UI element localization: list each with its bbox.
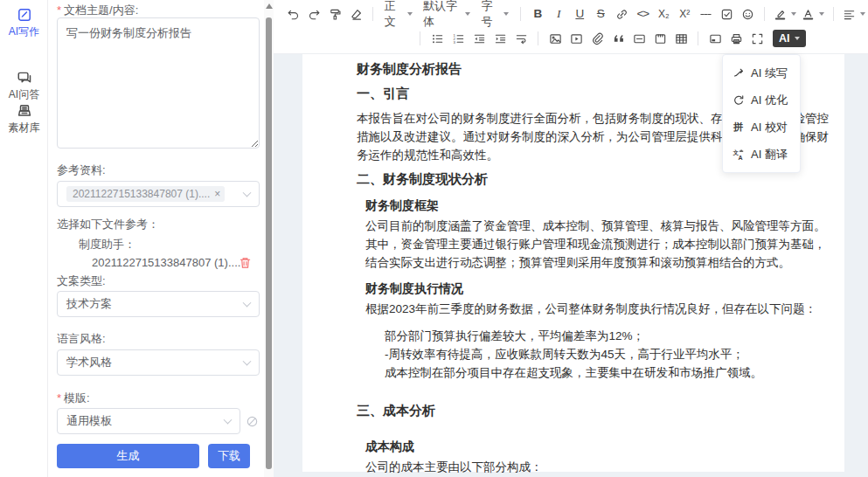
template-select[interactable]: 通用模板 bbox=[57, 408, 240, 434]
eraser-icon[interactable] bbox=[346, 4, 365, 24]
toolbar-divider bbox=[538, 31, 538, 45]
chevron-down-icon bbox=[224, 416, 233, 425]
ai-dropdown-menu: AI 续写AI 优化拼AI 校对文AAI 翻译 bbox=[722, 54, 801, 173]
font-color-icon[interactable] bbox=[800, 4, 826, 24]
file-row: 2021122715133847807 (1).... bbox=[48, 256, 264, 269]
attachment-icon[interactable] bbox=[587, 29, 607, 48]
todo-list-icon[interactable] bbox=[717, 4, 736, 24]
required-asterisk: * bbox=[57, 391, 61, 404]
toolbar-select[interactable]: 默认字体 bbox=[423, 0, 471, 30]
chat-icon bbox=[17, 70, 32, 86]
scroll-up-arrow-icon[interactable] bbox=[266, 3, 273, 9]
toolbar-divider bbox=[420, 31, 420, 45]
bullet-list-icon[interactable] bbox=[427, 29, 447, 48]
sidebar-item-label: 素材库 bbox=[0, 121, 48, 135]
toolbar-divider bbox=[833, 7, 834, 21]
panel-scrollbar[interactable] bbox=[264, 0, 274, 477]
assistant-label: 制度助手： bbox=[79, 237, 135, 252]
template-status-icon bbox=[246, 415, 259, 428]
fullscreen-icon[interactable] bbox=[747, 29, 767, 48]
toolbar-divider bbox=[520, 7, 521, 21]
print-icon[interactable] bbox=[726, 29, 746, 48]
superscript-icon[interactable]: X² bbox=[675, 4, 694, 24]
download-button[interactable]: 下载 bbox=[208, 444, 250, 468]
trash-icon[interactable] bbox=[239, 256, 252, 269]
line-wrap-icon[interactable] bbox=[511, 29, 531, 48]
horizontal-rule-icon[interactable] bbox=[696, 4, 715, 24]
image-icon[interactable] bbox=[545, 29, 565, 48]
strikethrough-icon[interactable]: S bbox=[591, 4, 610, 24]
toolbar-select[interactable]: 正文 bbox=[385, 0, 413, 30]
caret-down-icon bbox=[407, 12, 413, 16]
chevron-down-icon bbox=[243, 189, 252, 197]
generate-button[interactable]: 生成 bbox=[57, 444, 199, 468]
link-icon[interactable] bbox=[612, 4, 631, 24]
doc-paragraph: 公司目前的制度涵盖了资金管理、成本控制、预算管理、核算与报告、风险管理等方面。其… bbox=[357, 217, 836, 272]
caret-down-icon bbox=[503, 12, 509, 16]
ai-menu-item[interactable]: AI 优化 bbox=[723, 86, 800, 114]
highlight-color-icon[interactable] bbox=[772, 4, 798, 24]
indent-decrease-icon[interactable] bbox=[469, 29, 489, 48]
doc-paragraph: 公司的成本主要由以下部分构成： bbox=[357, 458, 836, 476]
ai-translate-icon: 文A bbox=[732, 148, 745, 161]
form-panel: *文档主题/内容: 写一份财务制度分析报告 参考资料: 202112271513… bbox=[48, 0, 264, 477]
emoji-icon[interactable] bbox=[738, 4, 757, 24]
divider-block-icon[interactable] bbox=[629, 29, 649, 48]
underline-icon[interactable]: U bbox=[570, 4, 589, 24]
blockquote-icon[interactable] bbox=[608, 29, 628, 48]
doc-list-item: 部分部门预算执行偏差较大，平均偏差率为12%； bbox=[385, 327, 836, 345]
toolbar-divider bbox=[698, 31, 698, 45]
ai-menu-item[interactable]: AI 续写 bbox=[723, 59, 800, 86]
library-icon bbox=[17, 103, 32, 119]
ai-menu-button[interactable]: AI bbox=[773, 30, 806, 47]
ai-menu-item-label: AI 续写 bbox=[751, 66, 788, 81]
ai-menu-item[interactable]: 拼AI 校对 bbox=[723, 114, 800, 141]
undo-icon[interactable] bbox=[283, 4, 302, 24]
file-section-label: 选择如下文件参考： bbox=[57, 217, 159, 232]
doc-type-label: 文案类型: bbox=[57, 273, 106, 289]
svg-text:A: A bbox=[738, 154, 742, 160]
bold-icon[interactable]: B bbox=[528, 4, 547, 24]
toolbar-divider bbox=[372, 7, 373, 21]
doc-list: 部分部门预算执行偏差较大，平均偏差率为12%；-周转效率有待提高，应收账款周转天… bbox=[357, 327, 836, 382]
subscript-icon[interactable]: X₂ bbox=[654, 4, 673, 24]
remove-tag-icon[interactable] bbox=[214, 188, 220, 200]
card-icon[interactable] bbox=[705, 29, 725, 48]
caret-down-icon bbox=[795, 37, 800, 40]
page-break-icon[interactable] bbox=[650, 29, 670, 48]
sidebar-item-2[interactable]: AI问答 bbox=[0, 70, 48, 102]
style-select[interactable]: 学术风格 bbox=[57, 349, 260, 376]
caret-down-icon bbox=[819, 12, 824, 16]
scrollbar-thumb[interactable] bbox=[266, 17, 272, 469]
chevron-down-icon bbox=[243, 299, 252, 308]
ai-proofread-icon: 拼 bbox=[732, 121, 745, 134]
ai-menu-item-label: AI 校对 bbox=[751, 120, 788, 135]
indent-increase-icon[interactable] bbox=[490, 29, 510, 48]
format-painter-icon[interactable] bbox=[325, 4, 344, 24]
ai-menu-item-label: AI 优化 bbox=[751, 93, 788, 108]
table-icon[interactable] bbox=[671, 29, 691, 48]
reference-select[interactable]: 2021122715133847807 (1).... bbox=[57, 181, 260, 207]
sidebar-item-1[interactable]: AI写作 bbox=[0, 7, 48, 39]
doc-heading: 财务制度框架 bbox=[357, 197, 836, 214]
video-icon[interactable] bbox=[566, 29, 586, 48]
chevron-down-icon bbox=[243, 357, 252, 366]
doc-heading: 财务制度执行情况 bbox=[357, 280, 836, 297]
editor-toolbar: 正文默认字体字号BIUS<>X₂X² 123AI bbox=[274, 0, 868, 54]
topic-input[interactable]: 写一份财务制度分析报告 bbox=[57, 17, 260, 149]
ai-continue-icon bbox=[732, 66, 745, 80]
ordered-list-icon[interactable]: 123 bbox=[448, 29, 468, 48]
redo-icon[interactable] bbox=[304, 4, 323, 24]
italic-icon[interactable]: I bbox=[549, 4, 568, 24]
ai-menu-item[interactable]: 文AAI 翻译 bbox=[723, 141, 800, 168]
toolbar-select[interactable]: 字号 bbox=[481, 0, 509, 30]
sidebar-item-3[interactable]: 素材库 bbox=[0, 103, 48, 135]
app-root: AI写作AI问答素材库 *文档主题/内容: 写一份财务制度分析报告 参考资料: … bbox=[0, 0, 868, 477]
reference-tag: 2021122715133847807 (1).... bbox=[66, 186, 225, 202]
ai-menu-item-label: AI 翻译 bbox=[751, 147, 788, 162]
align-icon[interactable] bbox=[841, 4, 867, 24]
doc-type-select[interactable]: 技术方案 bbox=[57, 291, 260, 317]
topic-label: *文档主题/内容: bbox=[57, 3, 138, 18]
inline-code-icon[interactable]: <> bbox=[633, 4, 652, 24]
caret-down-icon bbox=[860, 12, 865, 16]
